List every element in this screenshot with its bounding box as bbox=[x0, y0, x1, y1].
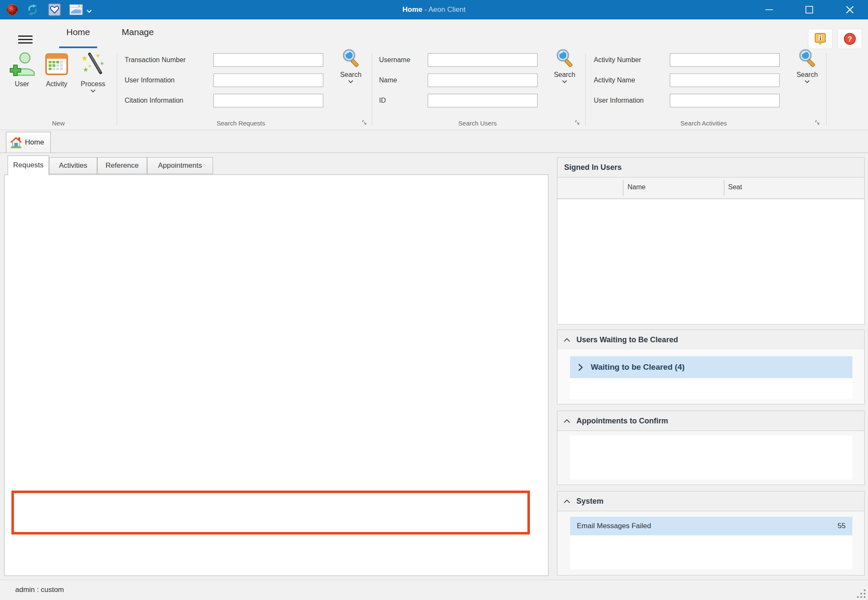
id-label: ID bbox=[379, 93, 386, 108]
new-activity-label: Activity bbox=[46, 80, 68, 88]
home-icon bbox=[10, 136, 22, 149]
ribbon: Home Manage ? User bbox=[0, 19, 868, 130]
search-users-dialog-launcher[interactable] bbox=[575, 120, 581, 127]
system-panel: System Email Messages Failed 55 bbox=[557, 491, 865, 575]
svg-text:?: ? bbox=[848, 35, 852, 43]
activity-user-information-input[interactable] bbox=[670, 94, 780, 107]
new-user-label: User bbox=[15, 80, 29, 88]
search-users-button[interactable]: Search bbox=[549, 47, 581, 111]
chevron-up-icon bbox=[563, 499, 570, 504]
username-label: Username bbox=[379, 52, 410, 68]
chevron-up-icon bbox=[563, 338, 570, 342]
info-icon bbox=[813, 32, 827, 46]
search-icon bbox=[340, 47, 361, 68]
users-waiting-title: Users Waiting to Be Cleared bbox=[576, 335, 678, 344]
ribbon-tab-home[interactable]: Home bbox=[59, 27, 97, 46]
activity-user-information-label: User Information bbox=[594, 93, 644, 108]
search-requests-dialog-launcher[interactable] bbox=[362, 120, 368, 127]
process-wand-icon: ★ ★ ★ ★ ★ bbox=[80, 51, 106, 79]
chevron-down-icon bbox=[562, 80, 568, 84]
username-input[interactable] bbox=[428, 53, 538, 67]
activity-number-label: Activity Number bbox=[594, 52, 641, 68]
user-icon bbox=[9, 51, 35, 79]
tab-requests-label: Requests bbox=[13, 161, 44, 169]
chevron-down-icon bbox=[90, 89, 96, 93]
chevron-down-icon bbox=[804, 80, 810, 84]
status-bar: admin : custom bbox=[0, 580, 868, 600]
search-requests-button[interactable]: Search bbox=[335, 47, 367, 111]
search-users-group-label: Search Users bbox=[376, 118, 579, 128]
system-header[interactable]: System bbox=[557, 491, 864, 511]
minimize-button[interactable] bbox=[756, 0, 782, 19]
requests-tab-panel bbox=[4, 175, 549, 576]
activity-name-input[interactable] bbox=[670, 74, 780, 87]
ribbon-tab-home-label: Home bbox=[66, 27, 90, 37]
system-title: System bbox=[576, 497, 603, 506]
signed-in-users-header[interactable]: Signed In Users bbox=[557, 158, 864, 177]
transaction-number-label: Transaction Number bbox=[125, 52, 186, 68]
window-title: Home - Aeon Client bbox=[0, 0, 868, 19]
tab-requests[interactable]: Requests bbox=[8, 155, 49, 175]
signed-in-users-body bbox=[557, 199, 864, 324]
column-name[interactable]: Name bbox=[628, 183, 646, 191]
citation-information-input[interactable] bbox=[213, 94, 323, 107]
tab-reference[interactable]: Reference bbox=[97, 157, 147, 174]
appointments-header[interactable]: Appointments to Confirm bbox=[557, 411, 864, 431]
close-button[interactable] bbox=[837, 0, 863, 19]
chevron-down-icon bbox=[348, 80, 354, 84]
tab-activities[interactable]: Activities bbox=[49, 157, 97, 174]
name-label: Name bbox=[379, 73, 397, 88]
email-messages-failed-row[interactable]: Email Messages Failed 55 bbox=[570, 517, 852, 535]
tab-activities-label: Activities bbox=[59, 161, 87, 169]
waiting-empty-row bbox=[570, 378, 852, 399]
signed-in-users-column-header[interactable]: Name Seat bbox=[557, 177, 864, 199]
svg-text:★: ★ bbox=[81, 54, 88, 63]
search-activities-label: Search bbox=[797, 71, 818, 79]
transaction-number-input[interactable] bbox=[213, 53, 323, 67]
svg-text:★: ★ bbox=[96, 52, 101, 59]
users-waiting-header[interactable]: Users Waiting to Be Cleared bbox=[557, 330, 864, 350]
ribbon-tab-manage[interactable]: Manage bbox=[115, 27, 161, 46]
svg-text:★: ★ bbox=[88, 64, 92, 68]
ribbon-tab-manage-label: Manage bbox=[122, 27, 154, 37]
appointments-title: Appointments to Confirm bbox=[576, 417, 668, 425]
maximize-button[interactable] bbox=[797, 0, 822, 19]
user-information-label: User Information bbox=[125, 73, 175, 88]
tab-appointments-label: Appointments bbox=[158, 161, 202, 169]
aeon-client-window: Home - Aeon Client Home Manage bbox=[0, 0, 868, 600]
column-seat[interactable]: Seat bbox=[728, 183, 742, 191]
search-icon bbox=[797, 47, 818, 68]
document-tab-home[interactable]: Home bbox=[6, 132, 51, 153]
citation-information-label: Citation Information bbox=[125, 93, 183, 108]
waiting-to-be-cleared-label: Waiting to be Cleared (4) bbox=[591, 363, 685, 372]
menu-button[interactable] bbox=[18, 35, 33, 45]
search-requests-group-label: Search Requests bbox=[123, 118, 359, 128]
activity-number-input[interactable] bbox=[670, 53, 780, 67]
search-activities-button[interactable]: Search bbox=[791, 47, 823, 111]
system-row-count: 55 bbox=[838, 522, 846, 530]
svg-text:★: ★ bbox=[100, 60, 104, 66]
search-activities-group-label: Search Activities bbox=[590, 118, 818, 128]
title-bar: Home - Aeon Client bbox=[0, 0, 868, 19]
name-input[interactable] bbox=[428, 74, 538, 87]
search-activities-dialog-launcher[interactable] bbox=[815, 120, 822, 127]
search-icon bbox=[554, 47, 575, 68]
resize-grip[interactable] bbox=[855, 588, 865, 598]
appointments-empty-body bbox=[570, 436, 852, 480]
new-activity-button[interactable]: Activity bbox=[36, 51, 77, 108]
about-button[interactable] bbox=[808, 29, 833, 49]
id-input[interactable] bbox=[428, 94, 538, 107]
new-group-label: New bbox=[3, 118, 113, 128]
waiting-to-be-cleared-row[interactable]: Waiting to be Cleared (4) bbox=[570, 356, 852, 378]
new-process-label: Process bbox=[81, 80, 105, 88]
user-information-input[interactable] bbox=[213, 74, 323, 87]
status-user-info: admin : custom bbox=[15, 580, 64, 600]
system-empty-row bbox=[570, 535, 852, 569]
tab-appointments[interactable]: Appointments bbox=[147, 157, 213, 174]
activity-calendar-icon bbox=[44, 51, 69, 79]
signed-in-users-panel: Signed In Users Name Seat bbox=[557, 157, 865, 325]
help-button[interactable]: ? bbox=[838, 29, 862, 49]
new-process-button[interactable]: ★ ★ ★ ★ ★ Process bbox=[73, 51, 113, 108]
activity-name-label: Activity Name bbox=[594, 73, 635, 88]
signed-in-users-title: Signed In Users bbox=[564, 163, 622, 172]
